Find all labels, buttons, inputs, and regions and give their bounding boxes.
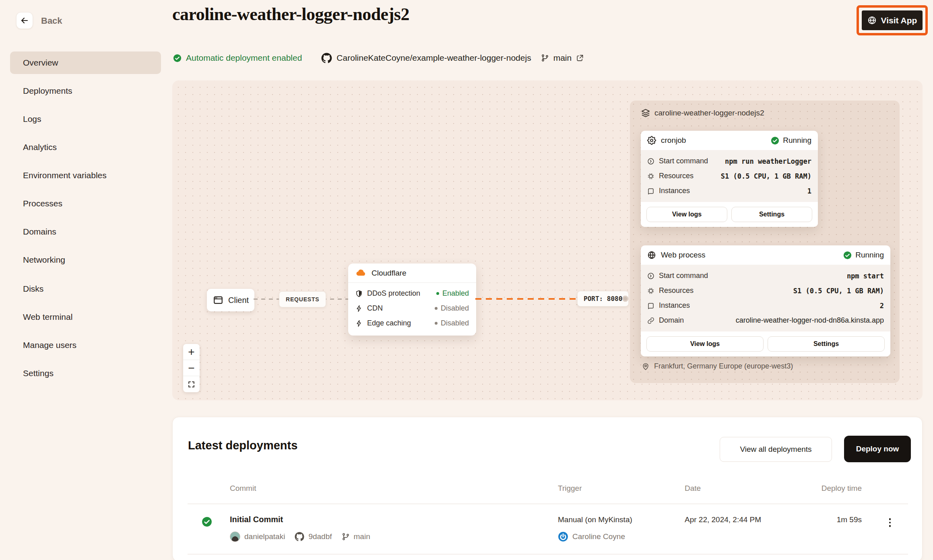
cloudflare-node: Cloudflare DDoS protection Enabled CDN D…	[348, 264, 476, 336]
instances-icon	[647, 302, 654, 309]
ddos-protection-label: DDoS protection	[367, 289, 420, 298]
trigger-user: Caroline Coyne	[572, 532, 625, 541]
instances-row: Instances 1	[647, 183, 811, 198]
fullscreen-button[interactable]	[183, 376, 200, 392]
web-process-card: Web process Running Start command npm st…	[641, 245, 890, 356]
repo-link[interactable]: CarolineKateCoyne/example-weather-logger…	[321, 53, 531, 64]
cronjob-status-badge: Running	[771, 136, 811, 145]
web-process-settings-button[interactable]: Settings	[768, 336, 885, 352]
repo-name: CarolineKateCoyne/example-weather-logger…	[336, 53, 531, 63]
instances-row: Instances 2	[647, 298, 884, 313]
sidebar-item-settings[interactable]: Settings	[10, 362, 161, 385]
sidebar-item-analytics[interactable]: Analytics	[10, 136, 161, 159]
sidebar-item-web-terminal[interactable]: Web terminal	[10, 306, 161, 328]
auto-deploy-label: Automatic deployment enabled	[186, 53, 302, 63]
start-command-label: Start command	[659, 272, 708, 280]
sidebar-item-overview[interactable]: Overview	[10, 51, 161, 74]
chip-icon	[647, 287, 654, 294]
start-command-row: Start command npm run weatherLogger	[647, 154, 811, 169]
commit-branch: main	[354, 532, 370, 541]
column-header-deploy-time: Deploy time	[781, 484, 862, 493]
auto-deploy-status: Automatic deployment enabled	[173, 53, 302, 63]
git-branch-icon	[342, 533, 350, 541]
row-actions-menu-button[interactable]	[882, 514, 898, 531]
cdn-label: CDN	[367, 304, 383, 313]
start-command-icon	[647, 158, 654, 165]
domain-value: caroline-weather-logger-nod-dn86a.kinsta…	[736, 316, 884, 325]
resources-value: S1 (0.5 CPU, 1 GB RAM)	[793, 287, 884, 295]
commit-title: Initial Commit	[230, 515, 283, 524]
domain-label: Domain	[659, 316, 684, 325]
cdn-row: CDN Disabled	[348, 301, 476, 316]
instances-value: 2	[880, 302, 884, 310]
deploy-success-icon	[202, 517, 212, 527]
datacenter-location-label: Frankfurt, Germany Europe (europe-west3)	[654, 362, 793, 371]
view-all-deployments-button[interactable]: View all deployments	[720, 437, 832, 462]
visit-app-label: Visit App	[881, 16, 917, 25]
sidebar-item-logs[interactable]: Logs	[10, 108, 161, 130]
web-process-view-logs-button[interactable]: View logs	[646, 336, 764, 352]
table-divider	[188, 504, 908, 504]
mykinsta-app-overview-page: { "header": { "back_label": "Back", "tit…	[0, 0, 933, 560]
ddos-protection-status: Enabled	[442, 289, 469, 298]
gear-icon	[647, 136, 656, 145]
sidebar-item-domains[interactable]: Domains	[10, 220, 161, 243]
app-group-title: caroline-weather-logger-nodejs2	[654, 109, 764, 117]
github-icon	[295, 532, 304, 541]
check-circle-icon	[173, 54, 182, 62]
link-icon	[647, 317, 654, 324]
lightning-icon	[355, 320, 363, 327]
globe-icon	[647, 251, 656, 259]
back-button[interactable]	[16, 12, 33, 29]
web-process-status: Running	[855, 251, 884, 259]
arrow-left-icon	[20, 16, 29, 25]
author-avatar	[230, 531, 240, 542]
cronjob-card: cronjob Running Start command npm run we…	[641, 131, 818, 227]
branch-link[interactable]: main	[541, 53, 584, 63]
deploy-time: 1m 59s	[781, 515, 862, 524]
cronjob-view-logs-button[interactable]: View logs	[646, 207, 727, 222]
git-branch-icon	[541, 54, 549, 62]
start-command-value: npm run weatherLogger	[725, 157, 811, 165]
client-label: Client	[228, 296, 249, 305]
back-label[interactable]: Back	[41, 16, 62, 26]
column-header-trigger: Trigger	[558, 484, 582, 493]
resources-label: Resources	[659, 172, 694, 180]
cronjob-title: cronjob	[661, 136, 686, 145]
instances-icon	[647, 187, 654, 195]
instances-value: 1	[807, 187, 811, 195]
page-title: caroline-weather-logger-nodejs2	[172, 4, 409, 25]
sidebar-item-networking[interactable]: Networking	[10, 249, 161, 271]
column-header-commit: Commit	[230, 484, 256, 493]
deploy-now-button[interactable]: Deploy now	[844, 436, 911, 462]
network-diagram-canvas[interactable]: Client REQUESTS Cloudflare DDoS protecti…	[172, 80, 923, 400]
status-dot	[435, 322, 438, 325]
edge-caching-status: Disabled	[441, 319, 469, 327]
resources-row: Resources S1 (0.5 CPU, 1 GB RAM)	[647, 283, 884, 298]
sidebar-item-environment-variables[interactable]: Environment variables	[10, 164, 161, 187]
cronjob-settings-button[interactable]: Settings	[731, 207, 812, 222]
zoom-out-button[interactable]: −	[183, 360, 200, 376]
start-command-icon	[647, 272, 654, 280]
ddos-protection-row: DDoS protection Enabled	[348, 286, 476, 301]
trigger-type: Manual (on MyKinsta)	[558, 515, 632, 524]
domain-row: Domain caroline-weather-logger-nod-dn86a…	[647, 313, 884, 328]
sidebar-item-manage-users[interactable]: Manage users	[10, 334, 161, 356]
sidebar-item-disks[interactable]: Disks	[10, 278, 161, 300]
status-dot	[435, 307, 438, 310]
latest-deployments-section: Latest deployments View all deployments …	[172, 417, 923, 560]
web-process-title: Web process	[661, 251, 706, 259]
commit-hash: 9dadbf	[308, 532, 332, 541]
instances-label: Instances	[659, 301, 690, 310]
start-command-label: Start command	[659, 157, 708, 165]
zoom-in-button[interactable]: +	[183, 344, 200, 360]
browser-window-icon	[213, 295, 223, 305]
instances-label: Instances	[659, 187, 690, 195]
sidebar-item-processes[interactable]: Processes	[10, 192, 161, 215]
cloudflare-title: Cloudflare	[372, 269, 407, 278]
visit-app-button[interactable]: Visit App	[862, 10, 923, 30]
sidebar-item-deployments[interactable]: Deployments	[10, 80, 161, 102]
client-node: Client	[207, 289, 254, 311]
shield-icon	[355, 290, 363, 297]
cronjob-status: Running	[783, 136, 811, 145]
